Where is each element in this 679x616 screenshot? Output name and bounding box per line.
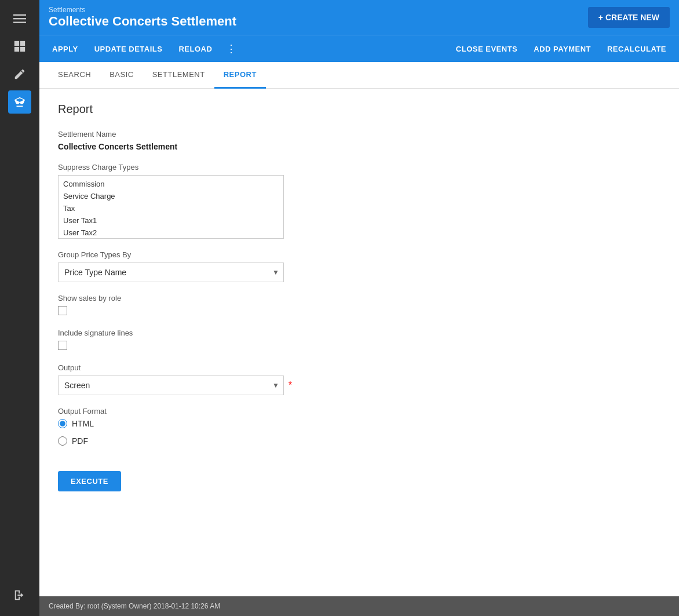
action-bar-right: CLOSE EVENTS ADD PAYMENT RECALCULATE [448, 38, 674, 60]
header-left: Settlements Collective Concerts Settleme… [49, 6, 236, 29]
svg-rect-1 [13, 18, 26, 19]
tab-report[interactable]: REPORT [214, 62, 266, 89]
settlement-name-value: Collective Concerts Settlement [58, 142, 660, 151]
output-section: Output Screen Email File ▼ * [58, 363, 660, 395]
edit-icon[interactable] [8, 63, 31, 86]
svg-rect-5 [14, 47, 19, 52]
include-signature-lines-label: Include signature lines [58, 329, 660, 337]
page-title: Report [58, 103, 660, 116]
output-format-radio-group: HTML PDF [58, 419, 660, 446]
radio-html-label: HTML [72, 419, 94, 428]
output-label: Output [58, 363, 660, 372]
svg-rect-4 [20, 41, 25, 46]
output-format-section: Output Format HTML PDF [58, 407, 660, 446]
create-new-button[interactable]: + CREATE NEW [588, 7, 670, 28]
apply-button[interactable]: APPLY [44, 38, 86, 60]
show-sales-by-role-section: Show sales by role [58, 294, 660, 317]
include-signature-lines-checkbox[interactable] [58, 341, 67, 350]
group-price-types-section: Group Price Types By Price Type Name Pri… [58, 250, 660, 282]
output-select[interactable]: Screen Email File [58, 376, 284, 395]
main-area: Settlements Collective Concerts Settleme… [39, 0, 679, 616]
list-item[interactable]: User Tax1 [59, 214, 283, 227]
radio-pdf[interactable] [58, 436, 67, 446]
list-item[interactable]: Tax [59, 202, 283, 214]
show-sales-by-role-checkbox[interactable] [58, 306, 67, 315]
footer-text: Created By: root (System Owner) 2018-01-… [49, 602, 220, 610]
suppress-charge-types-section: Suppress Charge Types Commission Service… [58, 163, 660, 239]
header: Settlements Collective Concerts Settleme… [39, 0, 679, 35]
output-format-label: Output Format [58, 407, 660, 415]
scales-icon[interactable] [8, 90, 31, 114]
list-item[interactable]: Commission [59, 178, 283, 190]
radio-item-html[interactable]: HTML [58, 419, 660, 428]
svg-rect-6 [20, 47, 25, 52]
close-events-button[interactable]: CLOSE EVENTS [448, 38, 525, 60]
show-sales-by-role-label: Show sales by role [58, 294, 660, 302]
list-item[interactable]: Service Charge [59, 190, 283, 202]
required-indicator: * [289, 380, 292, 391]
page-title-header: Collective Concerts Settlement [49, 14, 236, 29]
tab-basic[interactable]: BASIC [100, 62, 143, 89]
sidebar [0, 0, 39, 616]
list-item[interactable]: User Tax2 [59, 227, 283, 239]
footer: Created By: root (System Owner) 2018-01-… [39, 596, 679, 616]
execute-button[interactable]: EXECUTE [58, 471, 121, 491]
exit-icon[interactable] [8, 584, 31, 607]
group-price-types-select[interactable]: Price Type Name Price Type Code None [58, 263, 284, 282]
svg-rect-2 [13, 22, 26, 23]
group-price-types-label: Group Price Types By [58, 250, 660, 259]
hamburger-menu-icon[interactable] [8, 7, 31, 30]
settlement-name-section: Settlement Name Collective Concerts Sett… [58, 130, 660, 151]
svg-rect-0 [13, 14, 26, 16]
svg-rect-3 [14, 41, 19, 46]
reload-button[interactable]: RELOAD [170, 38, 220, 60]
update-details-button[interactable]: UPDATE DETAILS [86, 38, 171, 60]
more-options-icon[interactable]: ⋮ [220, 35, 242, 62]
recalculate-button[interactable]: RECALCULATE [599, 38, 674, 60]
settlement-name-label: Settlement Name [58, 130, 660, 138]
radio-html[interactable] [58, 419, 67, 428]
tab-settlement[interactable]: SETTLEMENT [143, 62, 214, 89]
output-wrapper: Screen Email File ▼ * [58, 376, 284, 395]
include-signature-lines-section: Include signature lines [58, 329, 660, 352]
breadcrumb: Settlements [49, 6, 236, 14]
tabs: SEARCH BASIC SETTLEMENT REPORT [39, 62, 679, 89]
group-price-types-wrapper: Price Type Name Price Type Code None ▼ [58, 263, 284, 282]
add-payment-button[interactable]: ADD PAYMENT [525, 38, 599, 60]
suppress-charge-types-label: Suppress Charge Types [58, 163, 660, 172]
grid-icon[interactable] [8, 35, 31, 58]
radio-pdf-label: PDF [72, 436, 88, 446]
tab-search[interactable]: SEARCH [49, 62, 100, 89]
radio-item-pdf[interactable]: PDF [58, 436, 660, 446]
content-area: Report Settlement Name Collective Concer… [39, 89, 679, 596]
action-bar: APPLY UPDATE DETAILS RELOAD ⋮ CLOSE EVEN… [39, 35, 679, 62]
suppress-charge-types-list[interactable]: Commission Service Charge Tax User Tax1 … [58, 175, 284, 239]
